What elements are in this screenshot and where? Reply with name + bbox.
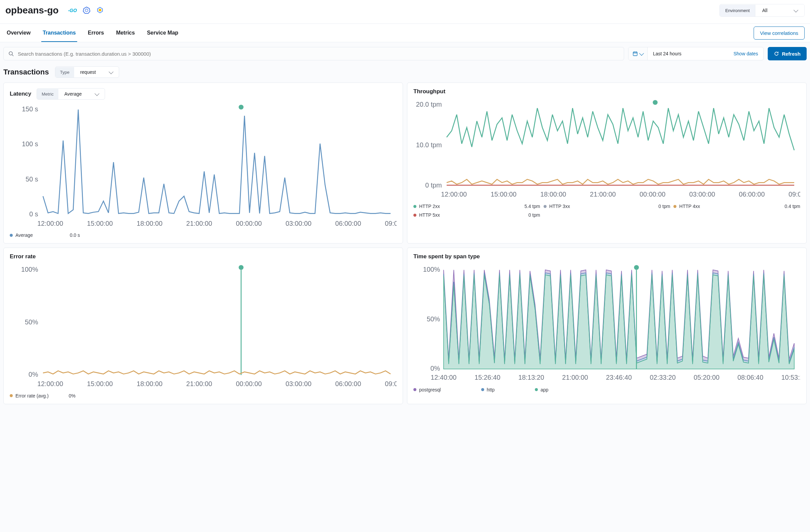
svg-point-47 <box>239 265 243 270</box>
svg-text:15:00:00: 15:00:00 <box>87 380 113 387</box>
refresh-button[interactable]: Refresh <box>768 47 807 61</box>
legend-dot-icon <box>674 205 677 208</box>
throughput-card: Throughput 0 tpm10.0 tpm20.0 tpm12:00:00… <box>407 83 807 244</box>
date-range-text[interactable]: Last 24 hours <box>648 47 728 60</box>
svg-text:50%: 50% <box>25 318 38 326</box>
latency-card: Latency Metric Average 0 s50 s100 s150 s… <box>3 83 403 244</box>
legend-dot-icon <box>544 205 547 208</box>
svg-text:0 tpm: 0 tpm <box>425 181 442 189</box>
type-select[interactable]: Type request <box>55 66 119 78</box>
svg-text:12:00:00: 12:00:00 <box>441 190 467 198</box>
svg-text:12:00:00: 12:00:00 <box>37 380 63 387</box>
svg-text:03:00:00: 03:00:00 <box>286 380 311 387</box>
svg-text:09:00:00: 09:00:00 <box>385 220 396 227</box>
svg-text:09:00:00: 09:00:00 <box>385 380 396 387</box>
svg-text:50 s: 50 s <box>26 176 38 183</box>
tab-service-map[interactable]: Service Map <box>146 24 179 42</box>
svg-text:03:00:00: 03:00:00 <box>689 190 715 198</box>
svg-text:150 s: 150 s <box>22 105 38 113</box>
svg-text:100 s: 100 s <box>22 140 38 148</box>
svg-text:100%: 100% <box>21 266 38 273</box>
svg-text:18:00:00: 18:00:00 <box>136 380 162 387</box>
svg-text:21:00:00: 21:00:00 <box>186 220 212 227</box>
svg-text:10.0 tpm: 10.0 tpm <box>416 141 442 149</box>
svg-point-34 <box>653 100 657 105</box>
chevron-down-icon <box>639 51 644 55</box>
page-header: opbeans-go -GO Environment All <box>0 0 810 24</box>
chevron-down-icon <box>94 91 99 96</box>
svg-text:12:00:00: 12:00:00 <box>37 220 63 227</box>
svg-point-1 <box>85 9 88 12</box>
svg-text:0%: 0% <box>431 365 440 372</box>
svg-text:00:00:00: 00:00:00 <box>236 220 262 227</box>
environment-value[interactable]: All <box>755 4 804 16</box>
svg-text:15:00:00: 15:00:00 <box>490 190 516 198</box>
error-rate-legend: Error rate (avg.) 0% <box>10 393 396 399</box>
tab-metrics[interactable]: Metrics <box>115 24 136 42</box>
date-picker-button[interactable] <box>629 47 648 60</box>
svg-text:12:40:00: 12:40:00 <box>431 374 457 381</box>
throughput-title: Throughput <box>414 88 445 95</box>
view-correlations-button[interactable]: View correlations <box>754 27 805 39</box>
environment-select[interactable]: Environment All <box>719 4 805 17</box>
svg-text:06:00:00: 06:00:00 <box>335 220 361 227</box>
chevron-down-icon <box>109 69 113 74</box>
svg-line-5 <box>12 55 13 56</box>
error-rate-title: Error rate <box>10 253 36 260</box>
svg-text:18:13:20: 18:13:20 <box>518 374 544 381</box>
date-range-group: Last 24 hours Show dates <box>628 47 764 61</box>
latency-metric-select[interactable]: Metric Average <box>36 88 105 100</box>
kubernetes-icon <box>83 6 90 15</box>
tabs-row: Overview Transactions Errors Metrics Ser… <box>0 24 810 42</box>
svg-point-61 <box>634 265 639 270</box>
legend-dot-icon <box>414 214 417 217</box>
svg-text:05:20:00: 05:20:00 <box>694 374 719 381</box>
legend-dot-icon <box>10 394 13 397</box>
latency-legend: Average 0.0 s <box>10 232 396 238</box>
legend-dot-icon <box>535 388 538 391</box>
search-input[interactable] <box>18 51 619 57</box>
type-value[interactable]: request <box>74 67 119 78</box>
service-title: opbeans-go <box>5 5 59 16</box>
tab-transactions[interactable]: Transactions <box>41 24 77 42</box>
header-left: opbeans-go -GO <box>5 5 104 16</box>
error-rate-chart[interactable]: 0%50%100%12:00:0015:00:0018:00:0021:00:0… <box>10 263 396 389</box>
show-dates-link[interactable]: Show dates <box>728 47 763 60</box>
svg-text:21:00:00: 21:00:00 <box>562 374 588 381</box>
span-type-chart[interactable]: 0%50%100%12:40:0015:26:4018:13:2021:00:0… <box>414 263 800 383</box>
svg-text:03:00:00: 03:00:00 <box>286 220 311 227</box>
latency-title: Latency <box>10 90 31 97</box>
go-icon: -GO <box>68 8 77 13</box>
svg-text:15:00:00: 15:00:00 <box>87 220 113 227</box>
cloud-icon <box>96 6 104 15</box>
svg-text:08:06:40: 08:06:40 <box>738 374 763 381</box>
svg-text:50%: 50% <box>427 315 440 323</box>
throughput-chart[interactable]: 0 tpm10.0 tpm20.0 tpm12:00:0015:00:0018:… <box>414 98 800 200</box>
svg-text:20.0 tpm: 20.0 tpm <box>416 101 442 108</box>
span-type-title: Time spent by span type <box>414 253 480 260</box>
svg-text:15:26:40: 15:26:40 <box>474 374 500 381</box>
refresh-icon <box>774 51 779 56</box>
span-type-legend: postgresql http app <box>414 387 800 393</box>
svg-text:00:00:00: 00:00:00 <box>236 380 262 387</box>
legend-dot-icon <box>414 205 417 208</box>
svg-text:21:00:00: 21:00:00 <box>590 190 616 198</box>
latency-chart[interactable]: 0 s50 s100 s150 s12:00:0015:00:0018:00:0… <box>10 102 396 229</box>
svg-marker-3 <box>99 9 101 12</box>
search-box[interactable] <box>3 47 624 61</box>
tab-overview[interactable]: Overview <box>5 24 32 42</box>
svg-text:18:00:00: 18:00:00 <box>540 190 566 198</box>
type-label: Type <box>55 67 74 78</box>
filter-bar: Last 24 hours Show dates Refresh <box>0 42 810 65</box>
svg-text:0%: 0% <box>29 371 38 378</box>
error-rate-card: Error rate 0%50%100%12:00:0015:00:0018:0… <box>3 248 403 404</box>
agent-icons: -GO <box>68 6 104 15</box>
svg-text:100%: 100% <box>423 266 440 273</box>
tab-errors[interactable]: Errors <box>86 24 106 42</box>
section-title: Transactions <box>3 68 49 77</box>
legend-dot-icon <box>414 388 417 391</box>
throughput-legend: HTTP 2xx 5.4 tpm HTTP 3xx 0 tpm HTTP 4xx… <box>414 204 800 218</box>
svg-marker-0 <box>83 7 90 13</box>
svg-text:23:46:40: 23:46:40 <box>606 374 632 381</box>
chevron-down-icon <box>794 7 798 12</box>
